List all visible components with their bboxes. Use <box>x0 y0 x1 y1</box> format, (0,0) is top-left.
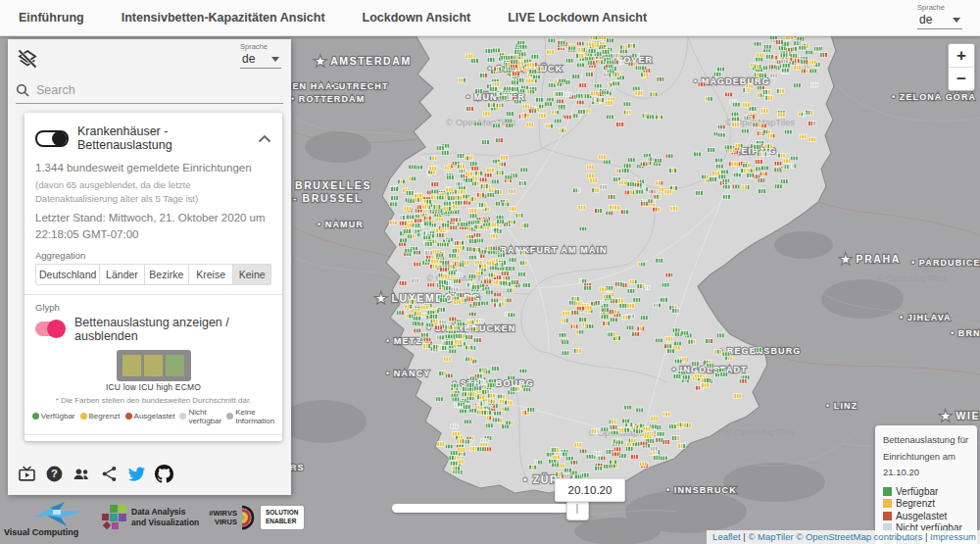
hospital-glyph[interactable] <box>721 170 729 174</box>
hospital-glyph[interactable] <box>656 438 663 443</box>
hospital-glyph[interactable] <box>810 82 818 87</box>
hospital-glyph[interactable] <box>581 473 589 478</box>
language-select[interactable]: de <box>917 12 962 29</box>
hospital-glyph[interactable] <box>670 206 678 211</box>
hospital-glyph[interactable] <box>407 199 415 204</box>
hospital-glyph[interactable] <box>612 81 620 86</box>
hospital-glyph[interactable] <box>442 223 450 227</box>
hospital-glyph[interactable] <box>742 185 750 190</box>
hospital-glyph[interactable] <box>431 182 439 187</box>
hospital-glyph[interactable] <box>407 215 415 220</box>
hospital-glyph[interactable] <box>481 301 489 306</box>
hospital-glyph[interactable] <box>404 206 412 211</box>
hospital-glyph[interactable] <box>468 274 476 279</box>
hospital-glyph[interactable] <box>504 298 512 303</box>
hospital-glyph[interactable] <box>424 222 432 226</box>
hospital-glyph[interactable] <box>604 294 612 299</box>
hospital-glyph[interactable] <box>586 73 594 77</box>
hospital-glyph[interactable] <box>414 250 421 255</box>
hospital-glyph[interactable] <box>416 205 424 210</box>
hospital-glyph[interactable] <box>476 238 484 243</box>
hospital-glyph[interactable] <box>758 178 765 183</box>
hospital-glyph[interactable] <box>607 38 614 43</box>
hospital-glyph[interactable] <box>400 238 408 243</box>
hospital-glyph[interactable] <box>431 259 439 264</box>
hospital-glyph[interactable] <box>445 444 453 449</box>
hospital-glyph[interactable] <box>414 328 421 333</box>
hospital-glyph[interactable] <box>484 173 492 177</box>
hospital-glyph[interactable] <box>627 304 635 309</box>
hospital-glyph[interactable] <box>672 309 680 314</box>
github-icon[interactable] <box>155 465 173 483</box>
hospital-glyph[interactable] <box>694 152 702 157</box>
hospital-glyph[interactable] <box>464 156 471 161</box>
hospital-glyph[interactable] <box>527 408 535 413</box>
hospital-glyph[interactable] <box>466 234 474 239</box>
hospital-glyph[interactable] <box>608 195 615 200</box>
hospital-glyph[interactable] <box>473 338 481 343</box>
hospital-glyph[interactable] <box>479 177 487 182</box>
hospital-glyph[interactable] <box>478 203 486 208</box>
hospital-glyph[interactable] <box>450 461 458 466</box>
hospital-glyph[interactable] <box>512 280 519 285</box>
hospital-glyph[interactable] <box>459 169 466 173</box>
hospital-glyph[interactable] <box>519 369 527 373</box>
hospital-glyph[interactable] <box>471 167 479 172</box>
hospital-glyph[interactable] <box>553 455 561 460</box>
zoom-out-button[interactable]: − <box>949 68 974 90</box>
tab-live-lockdown[interactable]: LIVE Lockdown Ansicht <box>489 11 665 25</box>
hospital-glyph[interactable] <box>466 335 473 340</box>
hospital-glyph[interactable] <box>570 461 578 466</box>
hospital-glyph[interactable] <box>725 92 733 97</box>
hospital-glyph[interactable] <box>451 383 459 388</box>
hospital-glyph[interactable] <box>586 455 594 460</box>
hospital-glyph[interactable] <box>808 137 816 142</box>
hospital-glyph[interactable] <box>449 349 457 354</box>
hospital-glyph[interactable] <box>799 112 807 117</box>
hospital-glyph[interactable] <box>669 169 677 173</box>
hospital-glyph[interactable] <box>509 189 516 194</box>
hospital-glyph[interactable] <box>665 154 673 159</box>
hospital-glyph[interactable] <box>801 69 808 74</box>
hospital-glyph[interactable] <box>616 123 624 127</box>
hospital-glyph[interactable] <box>759 189 766 194</box>
hospital-glyph[interactable] <box>595 466 603 470</box>
hospital-glyph[interactable] <box>546 97 554 102</box>
hospital-glyph[interactable] <box>488 393 496 398</box>
hospital-glyph[interactable] <box>760 109 768 114</box>
hospital-glyph[interactable] <box>799 134 807 139</box>
hospital-glyph[interactable] <box>610 460 617 465</box>
hospital-glyph[interactable] <box>681 331 689 336</box>
hospital-glyph[interactable] <box>748 169 756 173</box>
hospital-glyph[interactable] <box>439 280 447 285</box>
hospital-glyph[interactable] <box>637 284 645 289</box>
people-icon[interactable] <box>73 465 91 483</box>
hospital-glyph[interactable] <box>491 298 499 303</box>
hospital-glyph[interactable] <box>578 205 586 210</box>
hospital-glyph[interactable] <box>587 165 595 170</box>
hospital-glyph[interactable] <box>429 156 437 161</box>
hospital-glyph[interactable] <box>450 451 458 456</box>
hospital-glyph[interactable] <box>808 60 816 65</box>
hospital-glyph[interactable] <box>425 251 433 256</box>
hospital-glyph[interactable] <box>706 339 713 344</box>
hospital-glyph[interactable] <box>488 103 496 108</box>
hospital-glyph[interactable] <box>615 282 623 287</box>
hospital-glyph[interactable] <box>570 324 578 329</box>
hospital-glyph[interactable] <box>508 375 515 380</box>
hospital-glyph[interactable] <box>632 86 640 91</box>
hospital-glyph[interactable] <box>446 187 454 192</box>
hospital-glyph[interactable] <box>399 222 407 226</box>
hospital-glyph[interactable] <box>609 420 616 424</box>
hospital-glyph[interactable] <box>421 333 429 338</box>
hospital-glyph[interactable] <box>774 161 782 166</box>
hospital-glyph[interactable] <box>760 172 767 176</box>
hospital-glyph[interactable] <box>466 357 473 362</box>
hospital-glyph[interactable] <box>397 311 405 316</box>
hospital-glyph[interactable] <box>521 223 529 228</box>
hospital-glyph[interactable] <box>409 300 416 305</box>
hospital-glyph[interactable] <box>633 298 641 303</box>
hospital-glyph[interactable] <box>610 425 617 430</box>
tab-einfuehrung[interactable]: Einführung <box>0 11 103 25</box>
hospital-glyph[interactable] <box>458 321 466 326</box>
